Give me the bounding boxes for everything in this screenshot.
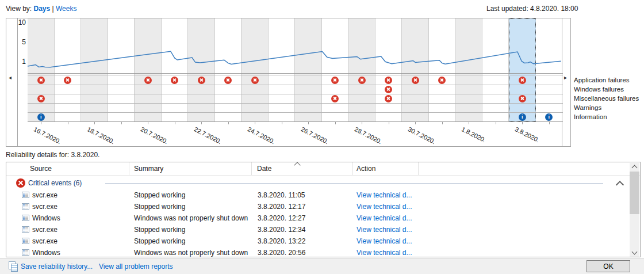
view-technical-details-link[interactable]: View technical d... <box>356 214 412 222</box>
chart-right-strip: ▸ <box>562 18 570 146</box>
y-axis: 1051 <box>17 18 28 146</box>
y-axis-tick-label: 1 <box>17 58 26 66</box>
save-reliability-history-link[interactable]: Save reliability history... <box>21 262 93 271</box>
x-axis-date-label: 16.7.2020. <box>33 125 63 145</box>
error-icon <box>224 77 232 84</box>
grid-line <box>28 94 563 94</box>
view-by-group: View by: Days | Weeks <box>6 5 76 13</box>
error-icon <box>385 86 392 93</box>
column-separator <box>418 162 419 175</box>
grid-line <box>28 112 563 113</box>
source-cell: svcr.exe <box>32 226 57 234</box>
table-row[interactable]: svcr.exeStopped working3.8.2020. 12:34Vi… <box>6 224 630 235</box>
view-separator: | <box>52 5 54 13</box>
scrollbar-thumb[interactable] <box>630 172 639 214</box>
x-axis-date-label: 30.7.2020. <box>407 125 437 145</box>
x-axis-date-label: 24.7.2020. <box>247 125 277 145</box>
view-technical-details-link[interactable]: View technical d... <box>356 203 412 211</box>
source-cell: svcr.exe <box>32 203 57 211</box>
application-icon <box>22 238 29 244</box>
table-row[interactable]: svcr.exeStopped working3.8.2020. 12:17Vi… <box>6 201 630 212</box>
scroll-left-icon[interactable]: ◂ <box>9 75 12 81</box>
application-icon <box>22 249 29 256</box>
x-axis-date-label: 20.7.2020. <box>140 125 170 145</box>
grid-line <box>28 75 563 75</box>
x-axis-tick <box>201 121 202 124</box>
x-axis-tick <box>415 121 416 124</box>
view-technical-details-link[interactable]: View technical d... <box>356 226 412 234</box>
x-axis-date-label: 18.7.2020. <box>86 125 116 145</box>
x-axis-tick <box>68 121 68 124</box>
x-axis-tick <box>362 121 362 124</box>
view-technical-details-link[interactable]: View technical d... <box>356 191 412 199</box>
legend-label: Windows failures <box>574 85 639 94</box>
view-technical-details-link[interactable]: View technical d... <box>356 249 412 257</box>
application-icon <box>22 203 29 210</box>
critical-error-icon <box>16 178 25 188</box>
table-row[interactable]: svcr.exeStopped working3.8.2020. 13:22Vi… <box>6 235 630 247</box>
x-axis-tick <box>442 121 443 124</box>
column-header-date[interactable]: Date <box>257 165 271 173</box>
grid-line <box>28 103 563 104</box>
sort-ascending-icon[interactable] <box>294 162 300 168</box>
date-cell: 3.8.2020. 20:56 <box>258 249 305 257</box>
error-icon <box>37 77 45 84</box>
error-icon <box>438 77 446 84</box>
scroll-right-icon[interactable]: ▸ <box>564 75 567 81</box>
x-axis-tick <box>255 121 255 124</box>
critical-events-group-row[interactable]: Critical events (6) <box>6 177 640 189</box>
information-icon: i <box>545 113 553 121</box>
information-icon: i <box>37 113 45 121</box>
stability-index-line <box>28 18 563 73</box>
scrollbar-down-icon[interactable] <box>630 248 639 257</box>
x-axis-tick <box>148 121 148 124</box>
view-by-label: View by: <box>6 5 32 13</box>
error-icon <box>519 95 526 102</box>
x-axis-date-label: 22.7.2020. <box>193 125 223 145</box>
table-header-row: SourceSummaryDateAction <box>6 162 640 176</box>
stability-chart-panel: ◂ 1051 iii16.7.2020.18.7.2020.20.7.2020.… <box>6 18 571 147</box>
error-icon <box>64 77 71 84</box>
column-header-action[interactable]: Action <box>356 165 375 173</box>
error-icon <box>385 77 392 84</box>
table-row[interactable]: WindowsWindows was not properly shut dow… <box>6 247 630 257</box>
date-cell: 3.8.2020. 11:05 <box>258 191 305 199</box>
application-icon <box>22 215 29 221</box>
x-axis-tick <box>282 121 282 124</box>
application-icon <box>22 192 29 198</box>
x-axis-tick <box>308 121 309 124</box>
x-axis-tick <box>549 121 550 124</box>
last-updated-text: Last updated: 4.8.2020. 18:00 <box>486 5 578 13</box>
view-weeks-link[interactable]: Weeks <box>56 5 76 13</box>
x-axis-date-label: 1.8.2020. <box>461 125 487 144</box>
collapse-group-icon[interactable] <box>616 181 624 189</box>
details-label: Reliability details for: 3.8.2020. <box>6 151 99 159</box>
legend-label: Application failures <box>574 76 639 85</box>
view-days-link[interactable]: Days <box>33 5 50 13</box>
x-axis-tick <box>41 121 41 124</box>
error-icon <box>358 77 366 84</box>
summary-cell: Stopped working <box>134 237 185 245</box>
view-technical-details-link[interactable]: View technical d... <box>356 237 412 245</box>
table-row[interactable]: svcr.exeStopped working3.8.2020. 11:05Vi… <box>6 189 630 201</box>
column-separator <box>251 162 252 175</box>
summary-cell: Stopped working <box>134 191 185 199</box>
date-cell: 3.8.2020. 12:34 <box>258 226 305 234</box>
column-header-summary[interactable]: Summary <box>134 165 163 173</box>
view-all-problem-reports-link[interactable]: View all problem reports <box>99 262 173 271</box>
error-icon <box>144 77 152 84</box>
ok-button[interactable]: OK <box>586 260 630 272</box>
error-icon <box>331 95 339 102</box>
table-scrollbar[interactable] <box>630 163 639 257</box>
group-label: Critical events (6) <box>28 179 82 187</box>
x-axis-date-label: 28.7.2020. <box>354 125 384 145</box>
x-axis-tick <box>121 121 122 124</box>
grid-line <box>28 121 563 122</box>
view-toolbar: View by: Days | Weeks Last updated: 4.8.… <box>0 0 644 17</box>
column-header-source[interactable]: Source <box>30 165 52 173</box>
x-axis-tick <box>335 121 336 124</box>
table-row[interactable]: WindowsWindows was not properly shut dow… <box>6 212 630 224</box>
scrollbar-up-icon[interactable] <box>630 163 639 172</box>
source-cell: Windows <box>32 249 60 257</box>
legend-label: Miscellaneous failures <box>574 94 639 104</box>
